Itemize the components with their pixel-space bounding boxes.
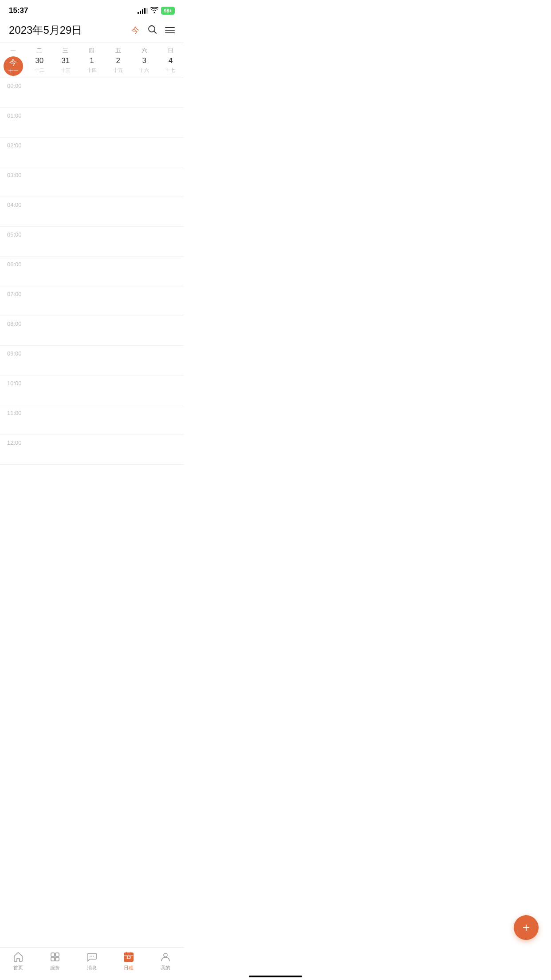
- day-num: 3: [142, 56, 146, 65]
- time-row[interactable]: 07:00: [0, 286, 184, 316]
- time-content: [27, 320, 184, 342]
- day-lunar: 十七: [165, 67, 175, 74]
- time-row[interactable]: 11:00: [0, 405, 184, 435]
- day-num: 4: [169, 56, 173, 65]
- time-content: [27, 82, 184, 104]
- menu-icon[interactable]: [165, 27, 175, 33]
- day-num: 30: [35, 56, 43, 65]
- time-label: 03:00: [0, 171, 27, 178]
- day-lunar: 十三: [61, 67, 71, 74]
- week-day-col[interactable]: 一今十一: [0, 47, 26, 76]
- time-content: [27, 141, 184, 163]
- header: 2023年5月29日 今: [0, 20, 184, 43]
- search-icon[interactable]: [147, 24, 157, 36]
- time-label: 00:00: [0, 82, 27, 89]
- svg-line-1: [154, 31, 156, 33]
- wifi-icon: [150, 7, 158, 15]
- time-content: [27, 171, 184, 193]
- day-lunar: 十二: [35, 67, 44, 74]
- week-day-name: 六: [142, 47, 147, 55]
- time-grid: 00:0001:0002:0003:0004:0005:0006:0007:00…: [0, 78, 184, 500]
- today-num: 今: [9, 58, 17, 67]
- time-label: 10:00: [0, 379, 27, 387]
- day-num: 31: [61, 56, 70, 65]
- time-row[interactable]: 10:00: [0, 375, 184, 405]
- time-label: 08:00: [0, 320, 27, 327]
- week-day-col[interactable]: 日4十七: [157, 47, 184, 76]
- time-row[interactable]: 04:00: [0, 197, 184, 227]
- week-day-col[interactable]: 六3十六: [131, 47, 157, 76]
- status-time: 15:37: [9, 6, 28, 15]
- week-day-name: 五: [115, 47, 121, 55]
- time-label: 06:00: [0, 260, 27, 268]
- today-circle[interactable]: 今十一: [4, 56, 23, 76]
- week-day-col[interactable]: 二30十二: [26, 47, 52, 76]
- time-label: 02:00: [0, 141, 27, 149]
- time-content: [27, 349, 184, 371]
- time-content: [27, 409, 184, 431]
- day-lunar: 十六: [139, 67, 149, 74]
- week-day-col[interactable]: 五2十五: [105, 47, 131, 76]
- menu-line-1: [165, 27, 175, 28]
- day-num: 2: [116, 56, 120, 65]
- time-row[interactable]: 06:00: [0, 257, 184, 286]
- week-day-name: 日: [168, 47, 173, 55]
- header-actions: 今: [131, 24, 175, 36]
- time-row[interactable]: 08:00: [0, 316, 184, 346]
- time-label: 07:00: [0, 290, 27, 297]
- time-row[interactable]: 02:00: [0, 138, 184, 167]
- time-row[interactable]: 01:00: [0, 108, 184, 138]
- signal-icon: [138, 8, 148, 14]
- status-bar: 15:37 98+: [0, 0, 184, 20]
- time-row[interactable]: 09:00: [0, 346, 184, 375]
- week-day-col[interactable]: 三31十三: [52, 47, 79, 76]
- week-day-name: 一: [10, 47, 16, 55]
- week-day-name: 四: [89, 47, 94, 55]
- time-row[interactable]: 05:00: [0, 227, 184, 257]
- time-content: [27, 230, 184, 253]
- time-label: 04:00: [0, 201, 27, 208]
- time-content: [27, 290, 184, 312]
- today-button[interactable]: 今: [131, 25, 139, 36]
- time-content: [27, 439, 184, 461]
- today-lunar: 十一: [8, 67, 18, 74]
- menu-line-3: [165, 32, 175, 33]
- time-label: 11:00: [0, 409, 27, 416]
- time-label: 12:00: [0, 439, 27, 446]
- battery-icon: 98+: [161, 7, 175, 15]
- time-content: [27, 260, 184, 282]
- week-day-name: 二: [36, 47, 42, 55]
- menu-line-2: [165, 30, 175, 31]
- week-day-col[interactable]: 四1十四: [79, 47, 105, 76]
- time-label: 05:00: [0, 230, 27, 238]
- page-title: 2023年5月29日: [9, 23, 82, 37]
- time-content: [27, 111, 184, 134]
- time-row[interactable]: 12:00: [0, 435, 184, 465]
- day-lunar: 十四: [87, 67, 97, 74]
- time-row[interactable]: 00:00: [0, 78, 184, 108]
- time-label: 01:00: [0, 111, 27, 119]
- time-row[interactable]: 03:00: [0, 167, 184, 197]
- week-day-name: 三: [63, 47, 68, 55]
- time-content: [27, 379, 184, 401]
- status-icons: 98+: [138, 7, 175, 15]
- time-label: 09:00: [0, 349, 27, 357]
- week-header: 一今十一二30十二三31十三四1十四五2十五六3十六日4十七: [0, 43, 184, 78]
- day-num: 1: [90, 56, 94, 65]
- time-content: [27, 201, 184, 223]
- day-lunar: 十五: [113, 67, 123, 74]
